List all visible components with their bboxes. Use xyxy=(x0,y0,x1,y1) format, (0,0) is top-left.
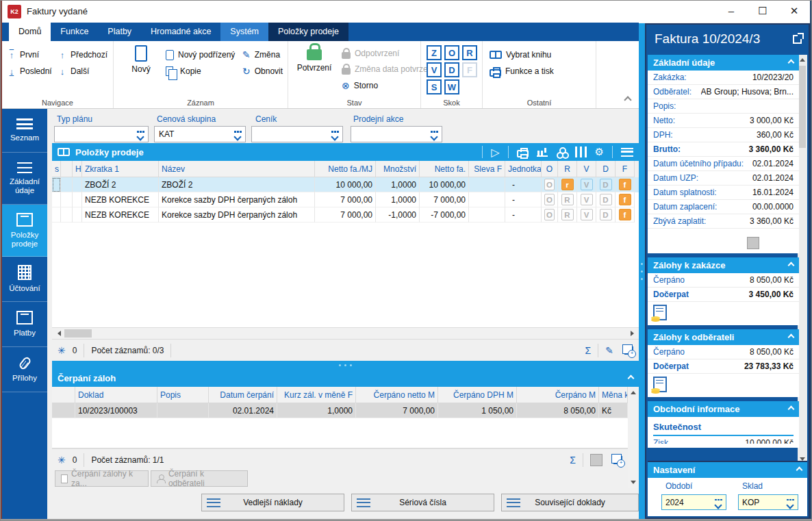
scroll-right-icon[interactable] xyxy=(628,328,639,339)
row-select-cell[interactable] xyxy=(52,177,61,192)
chevron-down-icon[interactable] xyxy=(713,498,723,507)
col-nazev[interactable]: Název xyxy=(159,161,315,177)
seriova-cisla-button[interactable]: Sériová čísla xyxy=(351,494,494,511)
cenova-skupina-select[interactable]: KAT xyxy=(154,126,246,142)
collapse-ribbon-icon[interactable] xyxy=(624,96,631,103)
col-cerpano-dph[interactable]: Čerpáno DPH M xyxy=(438,387,517,403)
table-row[interactable]: NEZB KOREKCE Korekce sazby DPH čerpaných… xyxy=(52,192,639,207)
flag-r-chip[interactable]: R xyxy=(561,209,574,220)
jump-z-button[interactable]: Z xyxy=(427,45,442,60)
copy-button[interactable]: Kopie xyxy=(166,64,201,78)
frozen-records-icon[interactable]: ✳ xyxy=(58,345,66,356)
menu-icon[interactable] xyxy=(621,148,633,157)
flag-d-chip[interactable]: D xyxy=(600,194,612,205)
jump-w-button[interactable]: W xyxy=(444,79,459,94)
advance-invoice-icon[interactable] xyxy=(653,305,667,320)
flag-r-chip[interactable]: r xyxy=(561,179,574,190)
chevron-down-icon[interactable] xyxy=(785,498,795,507)
flag-o-chip[interactable]: O xyxy=(544,209,555,220)
cenik-select[interactable] xyxy=(251,126,343,142)
col-blank[interactable] xyxy=(61,161,73,177)
sum-icon[interactable]: Σ xyxy=(570,455,576,466)
table-row[interactable]: ZBOŽÍ 2 ZBOŽÍ 2 10 000,00 1,0000 10 000,… xyxy=(52,177,639,192)
collapse-icon[interactable] xyxy=(628,374,635,381)
flag-v-chip[interactable]: V xyxy=(581,194,593,205)
maximize-button[interactable]: ☐ xyxy=(747,1,778,23)
scroll-up-icon[interactable] xyxy=(800,55,805,62)
add-record-icon[interactable] xyxy=(624,346,633,355)
jump-o-button[interactable]: O xyxy=(444,45,459,60)
chart-icon[interactable] xyxy=(537,147,548,157)
functions-print-button[interactable]: Funkce a tisk xyxy=(490,64,554,78)
confirm-button[interactable]: Potvrzení xyxy=(292,42,336,73)
run-icon[interactable]: ▷ xyxy=(491,146,499,159)
scroll-up-icon[interactable] xyxy=(631,388,636,394)
tab-domu[interactable]: Domů xyxy=(9,23,51,41)
col-jednotka[interactable]: Jednotka xyxy=(505,161,542,177)
edit-icon[interactable]: ✎ xyxy=(605,345,613,356)
sklad-select[interactable]: KOP xyxy=(738,494,798,510)
flag-d-chip[interactable]: D xyxy=(600,179,612,190)
flag-d-chip[interactable]: D xyxy=(600,209,612,220)
print-icon[interactable] xyxy=(517,150,529,157)
new-child-button[interactable]: Nový podřízený xyxy=(166,48,235,62)
flag-f-chip[interactable]: f xyxy=(619,194,631,205)
open-in-window-icon[interactable] xyxy=(793,35,802,44)
zakazka-value[interactable]: 10/2023/20 xyxy=(752,73,794,82)
collapse-icon[interactable] xyxy=(788,406,795,413)
tab-system[interactable]: Systém xyxy=(220,23,268,41)
tab-funkce[interactable]: Funkce xyxy=(51,23,98,41)
prodejni-akce-select[interactable] xyxy=(351,126,442,142)
typ-planu-select[interactable] xyxy=(54,126,149,142)
sidebar-item-uctovani[interactable]: Účtování xyxy=(2,257,47,302)
scroll-down-icon[interactable] xyxy=(631,481,636,487)
tab-hromadne-akce[interactable]: Hromadné akce xyxy=(141,23,220,41)
flag-v-chip[interactable]: V xyxy=(581,209,593,220)
first-button[interactable]: ↑První xyxy=(8,48,39,62)
collapse-icon[interactable] xyxy=(788,334,795,341)
table-row[interactable]: 10/2023/100003 02.01.2024 1,0000 7 000,0… xyxy=(52,403,628,418)
col-datum-cerpani[interactable]: Datum čerpání xyxy=(209,387,277,403)
col-f[interactable]: F xyxy=(616,161,635,177)
storno-button[interactable]: ⊗Storno xyxy=(342,79,378,92)
items-horizontal-scrollbar[interactable] xyxy=(52,328,639,339)
last-button[interactable]: ↓Poslední xyxy=(8,64,52,78)
color-swatch[interactable] xyxy=(747,237,759,249)
sidebar-item-seznam[interactable]: Seznam xyxy=(2,109,47,153)
col-doklad[interactable]: Doklad xyxy=(75,387,157,403)
refresh-button[interactable]: ↻Obnovit xyxy=(242,64,283,78)
new-button[interactable]: Nový xyxy=(123,45,159,74)
flag-r-chip[interactable]: R xyxy=(561,194,574,205)
chevron-down-icon[interactable] xyxy=(233,130,242,139)
col-v[interactable]: V xyxy=(577,161,596,177)
chevron-down-icon[interactable] xyxy=(136,130,145,139)
tab-polozky-prodeje[interactable]: Položky prodeje xyxy=(268,23,348,41)
jump-v-button[interactable]: V xyxy=(427,62,442,77)
col-s[interactable]: s xyxy=(52,161,61,177)
col-mena[interactable]: Měna kř. xyxy=(599,387,628,403)
col-o[interactable]: O xyxy=(542,161,558,177)
odberatel-value[interactable]: AB Group; Husova; Brn... xyxy=(701,87,794,97)
scrollbar-thumb[interactable] xyxy=(799,66,806,148)
col-h[interactable]: H xyxy=(73,161,82,177)
jump-s-button[interactable]: S xyxy=(427,79,442,94)
col-sleva[interactable]: Sleva F xyxy=(469,161,505,177)
flag-o-chip[interactable]: O xyxy=(544,179,555,190)
col-cerpano-netto[interactable]: Čerpáno netto M xyxy=(356,387,438,403)
col-d[interactable]: D xyxy=(596,161,616,177)
close-button[interactable]: ✕ xyxy=(778,1,810,23)
souvisejici-doklady-button[interactable]: Související doklady xyxy=(501,494,639,511)
sidebar-item-platby[interactable]: Platby xyxy=(2,302,47,347)
horizontal-splitter[interactable] xyxy=(52,361,639,369)
collapse-icon[interactable] xyxy=(788,60,795,66)
vertical-splitter[interactable] xyxy=(639,23,645,519)
col-popis[interactable]: Popis xyxy=(157,387,209,403)
scrollbar-thumb[interactable] xyxy=(64,329,92,338)
jump-d-button[interactable]: D xyxy=(444,62,459,77)
col-netto-mj[interactable]: Netto fa./MJ xyxy=(315,161,376,177)
col-kurz[interactable]: Kurz zál. v měně F xyxy=(277,387,356,403)
tab-platby[interactable]: Platby xyxy=(98,23,141,41)
minimize-button[interactable]: – xyxy=(715,1,747,23)
workflow-icon[interactable] xyxy=(556,147,567,157)
sum-icon[interactable]: Σ xyxy=(585,345,592,356)
